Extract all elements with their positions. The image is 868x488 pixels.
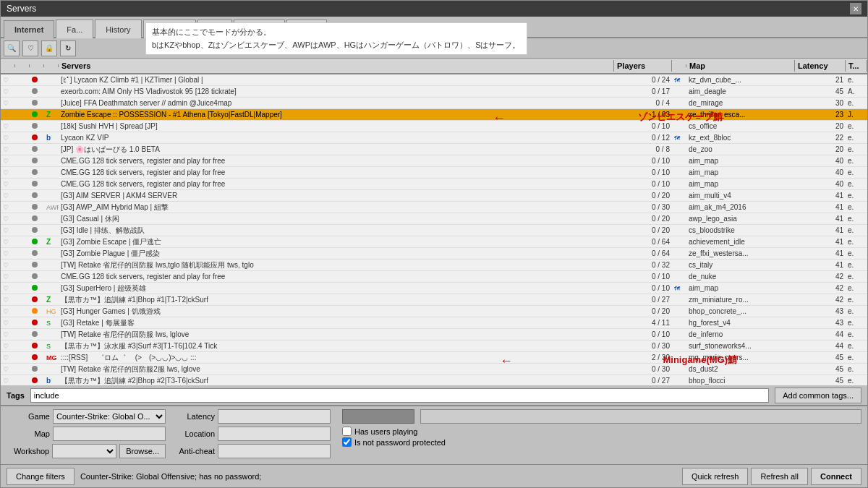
cell-tag: e. xyxy=(846,261,867,269)
tab-spectate[interactable]: Spectate xyxy=(143,20,196,38)
tab-history[interactable]: History xyxy=(95,20,141,38)
table-row[interactable]: ♡ MG ::::[RSS] ゞ゛ロム゛ゞ (>ゞ(>◡◡)>◡◡ ::: 2 … xyxy=(1,352,867,364)
cell-name: [G3] Hunger Games | 饥饿游戏 xyxy=(59,307,614,317)
cell-latency: 41 xyxy=(795,238,846,246)
table-row[interactable]: ♡ AWP [G3] AWP_AIM Hybrid Map | 組撃 0 / 3… xyxy=(1,202,867,213)
table-row[interactable]: ♡ CME.GG 128 tick servers, register and … xyxy=(1,271,867,283)
col-map[interactable]: Map xyxy=(686,60,795,72)
cell-fav: ♡ xyxy=(1,87,15,95)
toolbar: 🔍 ♡ 🔒 ↻ xyxy=(1,38,867,59)
cell-latency: 23 xyxy=(795,111,846,119)
table-row[interactable]: ♡ [G3] AIM SERVER | AKM4 SERVER 0 / 20 a… xyxy=(1,190,867,202)
col-fav[interactable] xyxy=(1,64,15,67)
tags-input[interactable] xyxy=(30,388,769,403)
cell-map: cs_office xyxy=(686,122,795,130)
location-input[interactable] xyxy=(218,427,331,441)
col-mapicon[interactable] xyxy=(672,64,686,67)
cell-status xyxy=(30,249,44,257)
has-users-label: Has users playing xyxy=(354,427,417,436)
table-row[interactable]: ♡ [18k] Sushi HVH | Spread [JP] 0 / 10 c… xyxy=(1,121,867,132)
toolbar-btn-lock[interactable]: 🔒 xyxy=(41,40,57,56)
table-row[interactable]: ♡ CME.GG 128 tick servers, register and … xyxy=(1,155,867,167)
col-tag[interactable]: T... xyxy=(846,60,867,72)
browse-button[interactable]: Browse... xyxy=(119,444,166,458)
cell-map: aim_ak_m4_2016 xyxy=(686,203,795,211)
tab-lan[interactable]: Lan xyxy=(197,20,232,38)
cell-icon: b xyxy=(44,134,59,142)
cell-tag: e. xyxy=(846,168,867,176)
toolbar-btn-filter[interactable]: 🔍 xyxy=(4,40,20,56)
table-row[interactable]: ♡ CME.GG 128 tick servers, register and … xyxy=(1,167,867,179)
add-tags-button[interactable]: Add common tags... xyxy=(775,388,861,403)
refresh-all-button[interactable]: Refresh all xyxy=(751,468,808,485)
table-row[interactable]: ♡ [TW] Retake 省尼仔的回防服 lws, lglove 0 / 10… xyxy=(1,329,867,341)
cell-fav: ♡ xyxy=(1,377,15,385)
cell-map: bhop_concrete_... xyxy=(686,307,795,315)
tab-favorites2[interactable]: Fav... xyxy=(286,20,328,38)
table-row[interactable]: ♡ [TW] Retake 省尼仔的回防服 lws,tglo 随机职能应用 tw… xyxy=(1,260,867,271)
cell-players: 0 / 27 xyxy=(614,377,672,385)
cell-name: [G3] Idle | 排练、解散战队 xyxy=(59,226,614,236)
toolbar-btn-refresh[interactable]: ↻ xyxy=(60,40,76,56)
cell-map: de_mirage xyxy=(686,99,795,107)
cell-name: [JP] 🌸はいぱーびる 1.0 BETA xyxy=(59,145,614,155)
table-row[interactable]: ♡ exeorb.com: AIM Only HS Vladivostok 95… xyxy=(1,86,867,98)
table-row[interactable]: ♡ [G3] SuperHero | 超级英雄 0 / 10 🗺 aim_map… xyxy=(1,283,867,294)
toolbar-btn-heart[interactable]: ♡ xyxy=(22,40,38,56)
close-button[interactable]: ✕ xyxy=(850,3,861,14)
cell-name: CME.GG 128 tick servers, register and pl… xyxy=(59,168,614,176)
cell-map: aim_map xyxy=(686,284,795,292)
cell-players: 0 / 12 xyxy=(614,134,672,142)
cell-map: cs_italy xyxy=(686,261,795,269)
table-row[interactable]: ♡ [G3] Zombie Plague | 僵尸感染 0 / 64 ze_ff… xyxy=(1,248,867,260)
cell-players: 0 / 10 xyxy=(614,180,672,188)
col-status[interactable] xyxy=(30,64,44,67)
cell-tag: e. xyxy=(846,76,867,84)
not-password-checkbox[interactable] xyxy=(342,437,352,447)
table-row[interactable]: ♡ CME.GG 128 tick servers, register and … xyxy=(1,179,867,190)
cell-status xyxy=(30,261,44,269)
table-row[interactable]: ♡ HG [G3] Hunger Games | 饥饿游戏 0 / 20 bho… xyxy=(1,306,867,317)
map-input[interactable] xyxy=(53,427,166,441)
cell-tag: e. xyxy=(846,122,867,130)
table-row[interactable]: ♡ [Juice] FFA Deathmatch server // admin… xyxy=(1,98,867,109)
workshop-select[interactable] xyxy=(52,444,116,458)
table-row[interactable]: ♡ [JP] 🌸はいぱーびる 1.0 BETA 0 / 8 de_zoo 20 … xyxy=(1,144,867,155)
col-players[interactable]: Players xyxy=(614,60,672,72)
table-row[interactable]: ♡ [TW] Retake 省尼仔的回防服2服 lws, lglove 0 / … xyxy=(1,364,867,375)
tab-friends[interactable]: Friend... xyxy=(234,20,284,38)
table-row[interactable]: ♡ S [G3] Retake | 每展量客 4 / 11 hg_forest_… xyxy=(1,317,867,329)
cell-status xyxy=(30,180,44,188)
table-row[interactable]: ♡ S 【黒市カ™】泳水服 #3|Surf #3|T1-T6|102.4 Tic… xyxy=(1,341,867,352)
cell-name: [G3] Retake | 每展量客 xyxy=(59,318,614,328)
tab-favorites[interactable]: Fa... xyxy=(56,20,93,38)
table-row[interactable]: ♡ [G3] Idle | 排练、解散战队 0 / 20 cs_bloodstr… xyxy=(1,225,867,236)
col-vac[interactable] xyxy=(15,64,30,67)
table-row[interactable]: ♡ Z [G3] Zombie Escape | 僵尸逃亡 0 / 64 ach… xyxy=(1,236,867,248)
table-row[interactable]: ♡ b Lycaon KZ VIP 0 / 12 🗺 kz_ext_8bloc … xyxy=(1,132,867,144)
anticheat-input[interactable] xyxy=(218,444,331,458)
cell-latency: 43 xyxy=(795,307,846,315)
table-row[interactable]: ♡ [G3] Casual | 休闲 0 / 20 awp_lego_asia … xyxy=(1,213,867,225)
game-select[interactable]: Counter-Strike: Global O... xyxy=(53,409,166,424)
connect-button[interactable]: Connect xyxy=(811,468,861,485)
tags-label: Tags xyxy=(7,391,25,400)
change-filters-button[interactable]: Change filters xyxy=(7,468,75,485)
table-row[interactable]: ♡ Z Zombie Escape :: POSSESSION - #1 Ath… xyxy=(1,109,867,121)
has-users-checkbox[interactable] xyxy=(342,427,352,436)
table-row[interactable]: ♡ Z 【黒市カ™】追訓練 #1|Bhop #1|T1-T2|ckSurf 0 … xyxy=(1,294,867,306)
quick-refresh-button[interactable]: Quick refresh xyxy=(682,468,748,485)
table-row[interactable]: ♡ b 【黒市カ™】追訓練 #2|Bhop #2|T3-T6|ckSurf 0 … xyxy=(1,375,867,385)
latency-input[interactable] xyxy=(218,409,331,424)
table-row[interactable]: ♡ [ﾋﾟ] Lycaon KZ Climb #1 | KZTimer | Gl… xyxy=(1,74,867,86)
cell-latency: 41 xyxy=(795,261,846,269)
cell-fav: ♡ xyxy=(1,157,15,165)
cell-fav: ♡ xyxy=(1,296,15,304)
col-servers[interactable]: Servers xyxy=(59,60,614,72)
tab-internet[interactable]: Internet xyxy=(4,20,54,39)
cell-fav: ♡ xyxy=(1,284,15,292)
workshop-label: Workshop xyxy=(7,447,49,455)
col-latency[interactable]: Latency xyxy=(795,60,846,72)
cell-latency: 45 xyxy=(795,354,846,361)
col-icon[interactable] xyxy=(44,64,59,67)
